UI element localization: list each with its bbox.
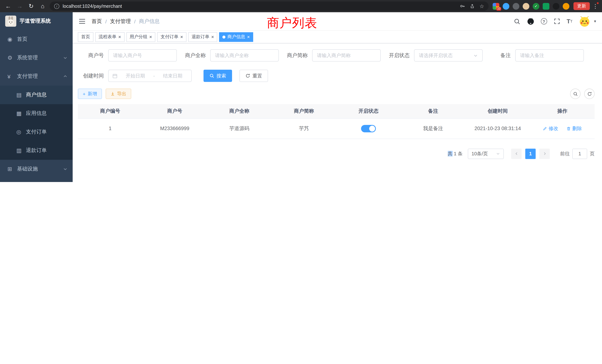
share-icon[interactable]	[470, 3, 475, 9]
sidebar-item-label: 应用信息	[26, 110, 67, 117]
filter-label-full-name: 商户全称	[185, 52, 206, 59]
page-1-button[interactable]: 1	[525, 149, 536, 159]
full-name-input[interactable]	[210, 49, 279, 62]
merchant-no-input[interactable]	[108, 49, 177, 62]
address-bar[interactable]: i localhost:1024/pay/merchant ☆	[50, 1, 489, 11]
extension-icon-green-note[interactable]	[543, 3, 549, 10]
chevron-up-icon	[63, 74, 67, 79]
edit-button-label: 修改	[549, 125, 558, 132]
merchant-card-icon: ▤	[16, 92, 26, 98]
notification-dot	[597, 2, 599, 4]
col-status: 开启状态	[336, 104, 401, 118]
extension-icon-green-check[interactable]: ✓	[533, 3, 539, 10]
breadcrumb-home[interactable]: 首页	[92, 18, 102, 25]
tabs-bar: 首页 流程表单× 用户分组× 支付订单× 退款订单× 商户信息×	[73, 31, 602, 43]
app-logo[interactable]: 芋道管理系统	[0, 12, 73, 30]
update-button[interactable]: 更新	[573, 2, 590, 10]
extension-icon-avatar[interactable]	[523, 3, 529, 10]
sidebar-collapse-icon[interactable]	[79, 18, 86, 24]
password-key-icon[interactable]	[460, 3, 465, 9]
bookmark-star-icon[interactable]: ☆	[480, 3, 484, 9]
extension-icon-dark[interactable]	[553, 3, 559, 10]
sidebar-item-pay-order[interactable]: ◎ 支付订单	[0, 123, 73, 141]
navbar-actions: ? TT ▾	[514, 16, 596, 27]
toggle-knob	[369, 126, 375, 131]
goto-page-input[interactable]	[572, 149, 587, 159]
extension-icon-gray[interactable]	[513, 3, 519, 10]
tab-refund-order[interactable]: 退款订单×	[188, 32, 217, 42]
sidebar-item-payment-management[interactable]: ¥ 支付管理	[0, 67, 73, 86]
search-button[interactable]: 搜索	[204, 70, 232, 82]
infrastructure-icon: ⊞	[7, 166, 17, 172]
close-icon[interactable]: ×	[211, 34, 214, 39]
github-icon[interactable]	[527, 18, 534, 25]
export-button[interactable]: 导出	[106, 89, 131, 99]
refresh-button[interactable]	[584, 89, 595, 99]
payment-submenu: ▤ 商户信息 ▦ 应用信息 ◎ 支付订单 ▥ 退款订单	[0, 86, 73, 160]
sidebar-item-system-management[interactable]: ⚙ 系统管理	[0, 49, 73, 67]
create-time-range-picker[interactable]: 开始日期 - 结束日期	[108, 70, 192, 82]
page-size-select[interactable]: 10条/页	[468, 149, 504, 159]
cell-merchant-id: 1	[78, 118, 142, 139]
reset-button[interactable]: 重置	[239, 70, 268, 82]
filter-label-status: 开启状态	[389, 52, 410, 59]
browser-home-icon[interactable]: ⌂	[38, 3, 47, 9]
font-size-icon[interactable]: TT	[567, 18, 572, 24]
tab-label: 商户信息	[227, 34, 245, 40]
add-button[interactable]: + 新增	[78, 89, 102, 99]
tab-home[interactable]: 首页	[78, 32, 93, 42]
status-toggle[interactable]	[361, 125, 376, 132]
col-full-name: 商户全称	[207, 104, 272, 118]
help-icon[interactable]: ?	[541, 18, 547, 24]
breadcrumb-payment[interactable]: 支付管理	[110, 18, 131, 25]
prev-page-button[interactable]	[511, 149, 522, 159]
sidebar-item-dev-tools[interactable]: ⚒ 研发工具	[0, 178, 73, 182]
extension-icon-colorful[interactable]: 10	[493, 3, 499, 10]
status-select[interactable]: 请选择开启状态	[414, 49, 483, 62]
breadcrumb-current: 商户信息	[139, 18, 160, 25]
filter-form-row-2: 创建时间 开始日期 - 结束日期 搜索	[78, 70, 595, 82]
delete-button[interactable]: 删除	[566, 125, 582, 132]
sidebar-item-label: 系统管理	[17, 54, 63, 61]
user-avatar[interactable]	[579, 16, 590, 27]
tab-label: 用户分组	[129, 34, 147, 40]
select-placeholder: 请选择开启状态	[419, 52, 453, 59]
search-icon[interactable]	[514, 18, 520, 25]
tab-user-group[interactable]: 用户分组×	[126, 32, 155, 42]
table-header-row: 商户编号 商户号 商户全称 商户简称 开启状态 备注 创建时间 操作	[78, 104, 595, 118]
toggle-search-button[interactable]	[570, 89, 580, 99]
chevron-down-icon	[473, 53, 478, 58]
site-info-icon[interactable]: i	[54, 3, 59, 9]
tab-process-form[interactable]: 流程表单×	[95, 32, 124, 42]
tab-merchant-info[interactable]: 商户信息×	[219, 32, 253, 42]
close-icon[interactable]: ×	[247, 34, 250, 39]
end-date-placeholder: 结束日期	[158, 73, 188, 79]
sidebar-item-merchant-info[interactable]: ▤ 商户信息	[0, 86, 73, 104]
extension-icon-blue[interactable]	[503, 3, 509, 10]
short-name-input[interactable]	[312, 49, 381, 62]
fullscreen-icon[interactable]	[554, 18, 560, 24]
remark-input[interactable]	[515, 49, 584, 62]
close-icon[interactable]: ×	[118, 34, 121, 39]
sidebar-item-infrastructure[interactable]: ⊞ 基础设施	[0, 160, 73, 178]
browser-menu-icon[interactable]: ⋮	[592, 3, 598, 10]
browser-forward-icon[interactable]: →	[15, 3, 24, 9]
edit-button[interactable]: 修改	[543, 125, 558, 132]
browser-back-icon[interactable]: ←	[4, 3, 13, 9]
app-title: 芋道管理系统	[20, 18, 51, 24]
breadcrumb-separator: /	[105, 18, 107, 24]
order-icon: ◎	[16, 129, 26, 135]
tab-pay-order[interactable]: 支付订单×	[157, 32, 186, 42]
close-icon[interactable]: ×	[149, 34, 152, 39]
cell-create-time: 2021-10-23 08:31:14	[465, 118, 530, 139]
browser-reload-icon[interactable]: ↻	[27, 3, 36, 9]
table-row: 1 M233666999 芋道源码 芋艿 我是备注 2021-10-23 08:…	[78, 118, 595, 139]
sidebar-item-home[interactable]: ◉ 首页	[0, 30, 73, 49]
caret-down-icon[interactable]: ▾	[594, 19, 596, 24]
next-page-button[interactable]	[539, 149, 550, 159]
browser-toolbar: ← → ↻ ⌂ i localhost:1024/pay/merchant ☆ …	[0, 0, 602, 12]
extension-icon-orange[interactable]	[563, 3, 569, 10]
sidebar-item-app-info[interactable]: ▦ 应用信息	[0, 104, 73, 123]
sidebar-item-refund-order[interactable]: ▥ 退款订单	[0, 141, 73, 160]
close-icon[interactable]: ×	[180, 34, 183, 39]
